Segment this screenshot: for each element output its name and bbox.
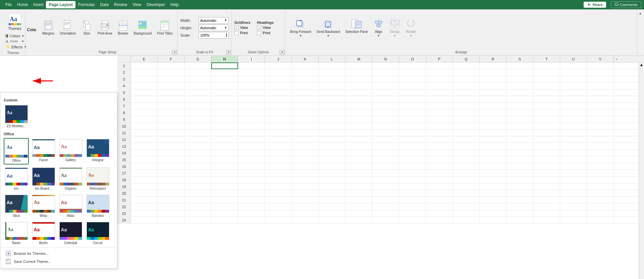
cell-E20[interactable] [131, 190, 158, 197]
cell-F18[interactable] [158, 177, 184, 183]
col-header-M[interactable]: M [345, 56, 372, 62]
cell-O17[interactable] [399, 170, 426, 177]
cell-F10[interactable] [158, 123, 184, 130]
cell-O7[interactable] [399, 103, 426, 109]
cell-J12[interactable] [265, 136, 292, 143]
row-num-1[interactable]: 1 [117, 62, 131, 69]
cell-Q1[interactable] [453, 62, 480, 69]
cell-J18[interactable] [265, 177, 292, 183]
cell-R19[interactable] [480, 183, 506, 190]
theme-atlas[interactable]: Aa Atlas [58, 194, 83, 219]
cell-R7[interactable] [480, 103, 506, 109]
menu-item-review[interactable]: Review [111, 1, 130, 8]
col-header-I[interactable]: I [238, 56, 265, 62]
cell-E5[interactable] [131, 89, 158, 96]
cell-M3[interactable] [345, 76, 372, 83]
cell-F19[interactable] [158, 183, 184, 190]
cell-T5[interactable] [533, 89, 560, 96]
cell-T8[interactable] [533, 109, 560, 116]
row-num-7[interactable]: 7 [117, 103, 131, 109]
cell-R10[interactable] [480, 123, 506, 130]
cell-S5[interactable] [506, 89, 533, 96]
cell-J21[interactable] [265, 197, 292, 203]
cell-R6[interactable] [480, 96, 506, 103]
cell-V15[interactable] [587, 156, 614, 163]
cell-S16[interactable] [506, 163, 533, 170]
cell-V9[interactable] [587, 116, 614, 123]
cell-R11[interactable] [480, 130, 506, 136]
cell-S13[interactable] [506, 143, 533, 150]
cell-I3[interactable] [238, 76, 265, 83]
cell-P5[interactable] [426, 89, 453, 96]
cell-K7[interactable] [292, 103, 319, 109]
col-header-S[interactable]: S [506, 56, 533, 62]
cell-K5[interactable] [292, 89, 319, 96]
cell-T15[interactable] [533, 156, 560, 163]
scale-down-arrow[interactable]: ▼ [225, 35, 228, 37]
theme-banded[interactable]: Aa Banded [85, 194, 110, 219]
cell-F20[interactable] [158, 190, 184, 197]
cell-P15[interactable] [426, 156, 453, 163]
cell-V22[interactable] [587, 203, 614, 210]
cell-F24[interactable] [158, 217, 184, 224]
cell-I17[interactable] [238, 170, 265, 177]
cell-G17[interactable] [184, 170, 211, 177]
cell-I11[interactable] [238, 130, 265, 136]
cell-L20[interactable] [319, 190, 345, 197]
cell-M6[interactable] [345, 96, 372, 103]
cell-H21[interactable] [211, 197, 238, 203]
cell-L5[interactable] [319, 89, 345, 96]
cell-V17[interactable] [587, 170, 614, 177]
cell-P1[interactable] [426, 62, 453, 69]
scroll-up[interactable]: ▲ [639, 62, 644, 67]
cell-L9[interactable] [319, 116, 345, 123]
menu-item-data[interactable]: Data [98, 1, 111, 8]
cell-I1[interactable] [238, 62, 265, 69]
cell-G10[interactable] [184, 123, 211, 130]
cell-H9[interactable] [211, 116, 238, 123]
cell-V16[interactable] [587, 163, 614, 170]
menu-item-page-layout[interactable]: Page Layout [46, 1, 75, 8]
align-button[interactable]: Align ▼ [371, 17, 386, 39]
cell-O12[interactable] [399, 136, 426, 143]
cell-L23[interactable] [319, 210, 345, 217]
cell-L10[interactable] [319, 123, 345, 130]
sheet-options-expand[interactable]: ↗ [280, 50, 284, 55]
cell-U8[interactable] [560, 109, 587, 116]
cell-V4[interactable] [587, 83, 614, 89]
cell-Q8[interactable] [453, 109, 480, 116]
scale-up-arrow[interactable]: ▲ [225, 33, 228, 35]
cell-K16[interactable] [292, 163, 319, 170]
cell-Q4[interactable] [453, 83, 480, 89]
cell-R2[interactable] [480, 69, 506, 76]
col-header-H[interactable]: H [211, 56, 238, 62]
cell-M23[interactable] [345, 210, 372, 217]
cell-G16[interactable] [184, 163, 211, 170]
cell-E22[interactable] [131, 203, 158, 210]
cell-V5[interactable] [587, 89, 614, 96]
cell-H4[interactable] [211, 83, 238, 89]
col-header-P[interactable]: P [426, 56, 453, 62]
cell-U9[interactable] [560, 116, 587, 123]
colors-button[interactable]: Colors ▼ [4, 34, 25, 38]
col-header-F[interactable]: F [158, 56, 184, 62]
cell-G15[interactable] [184, 156, 211, 163]
cell-G24[interactable] [184, 217, 211, 224]
cell-N14[interactable] [372, 150, 399, 156]
row-num-9[interactable]: 9 [117, 116, 131, 123]
cell-R24[interactable] [480, 217, 506, 224]
menu-item-formulas[interactable]: Formulas [75, 1, 98, 8]
cell-K6[interactable] [292, 96, 319, 103]
cell-R1[interactable] [480, 62, 506, 69]
cell-U11[interactable] [560, 130, 587, 136]
theme-facet[interactable]: Aa Facet [31, 138, 56, 165]
cell-P4[interactable] [426, 83, 453, 89]
cell-T10[interactable] [533, 123, 560, 130]
cell-S8[interactable] [506, 109, 533, 116]
theme-retrospect[interactable]: Aa Retrospect [85, 167, 110, 192]
cell-L16[interactable] [319, 163, 345, 170]
cell-S6[interactable] [506, 96, 533, 103]
cell-M4[interactable] [345, 83, 372, 89]
cell-O2[interactable] [399, 69, 426, 76]
cell-F4[interactable] [158, 83, 184, 89]
